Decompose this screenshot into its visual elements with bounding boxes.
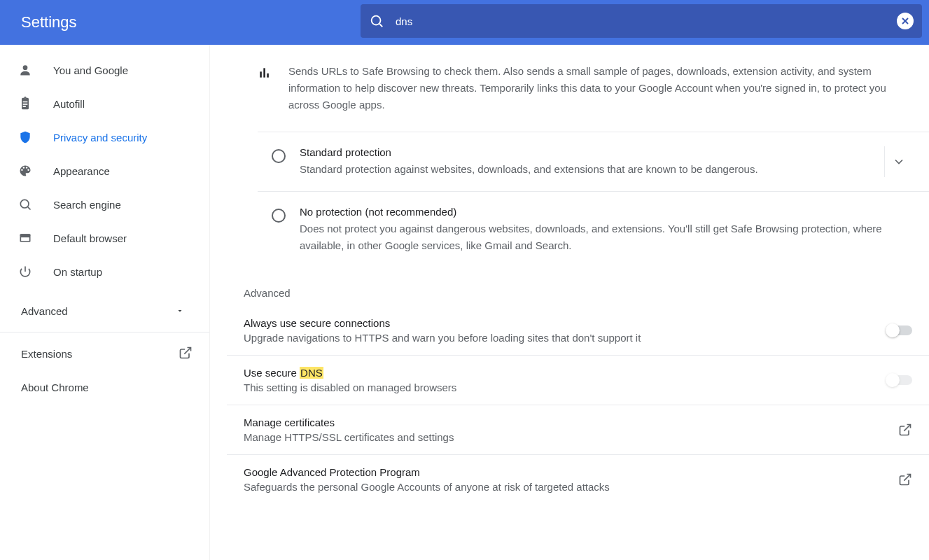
setting-subtitle: This setting is disabled on managed brow… (244, 382, 456, 393)
sidebar-extensions[interactable]: Extensions (0, 337, 209, 370)
open-external-icon[interactable] (898, 423, 912, 437)
sidebar-about-chrome[interactable]: About Chrome (0, 370, 209, 404)
svg-point-4 (23, 65, 28, 70)
browser-icon (17, 231, 34, 245)
svg-line-6 (28, 207, 31, 210)
svg-point-5 (20, 200, 29, 208)
svg-rect-9 (20, 234, 31, 236)
svg-line-15 (904, 424, 910, 430)
sidebar-item-label: On startup (53, 266, 102, 278)
person-icon (17, 63, 34, 77)
sidebar-advanced-toggle[interactable]: Advanced (0, 294, 209, 328)
toggle-always-secure[interactable] (887, 326, 912, 335)
option-no-protection[interactable]: No protection (not recommended) Does not… (258, 191, 929, 267)
option-subtitle: Standard protection against websites, do… (300, 161, 876, 177)
enhanced-protection-description: Sends URLs to Safe Browsing to check the… (288, 63, 912, 113)
radio-standard[interactable] (272, 149, 286, 163)
setting-use-secure-dns: Use secure DNS This setting is disabled … (227, 356, 929, 405)
toggle-secure-dns (887, 375, 912, 385)
sidebar-item-label: Default browser (53, 232, 127, 244)
sidebar-item-search-engine[interactable]: Search engine (0, 188, 209, 221)
open-external-icon[interactable] (898, 472, 912, 486)
setting-title: Always use secure connections (244, 317, 641, 329)
sidebar-extensions-label: Extensions (21, 348, 72, 360)
svg-point-0 (372, 16, 381, 25)
sidebar-about-label: About Chrome (21, 382, 89, 393)
highlight-dns: DNS (300, 367, 323, 379)
shield-icon (17, 130, 34, 144)
sidebar-item-appearance[interactable]: Appearance (0, 154, 209, 188)
power-icon (17, 265, 34, 279)
sidebar-item-label: Search engine (53, 199, 121, 211)
sidebar-item-default-browser[interactable]: Default browser (0, 221, 209, 255)
content-area: Sends URLs to Safe Browsing to check the… (210, 45, 929, 560)
search-input[interactable] (384, 15, 897, 27)
open-external-icon (179, 346, 193, 362)
enhanced-protection-description-row: Sends URLs to Safe Browsing to check the… (227, 45, 929, 132)
sidebar-item-label: Privacy and security (53, 132, 147, 144)
setting-subtitle: Upgrade navigations to HTTPS and warn yo… (244, 332, 641, 344)
setting-title: Manage certificates (244, 416, 454, 428)
svg-line-1 (379, 24, 382, 27)
sidebar-item-label: You and Google (53, 64, 128, 76)
svg-rect-12 (260, 71, 262, 77)
sidebar: You and Google Autofill Privacy and secu… (0, 45, 210, 560)
sidebar-item-you-and-google[interactable]: You and Google (0, 53, 209, 87)
sidebar-advanced-label: Advanced (21, 305, 68, 317)
clipboard-icon (17, 97, 34, 111)
option-title: Standard protection (300, 146, 876, 158)
option-title: No protection (not recommended) (300, 206, 912, 218)
svg-line-11 (184, 347, 190, 354)
sidebar-item-label: Autofill (53, 98, 85, 110)
sidebar-item-on-startup[interactable]: On startup (0, 255, 209, 288)
sidebar-item-privacy-security[interactable]: Privacy and security (0, 120, 209, 154)
setting-always-secure-connections[interactable]: Always use secure connections Upgrade na… (227, 306, 929, 356)
setting-advanced-protection-program[interactable]: Google Advanced Protection Program Safeg… (227, 455, 929, 504)
expand-standard-button[interactable] (884, 146, 912, 177)
radio-no-protection[interactable] (272, 209, 286, 223)
option-subtitle: Does not protect you against dangerous w… (300, 220, 912, 253)
svg-rect-13 (263, 68, 265, 77)
section-advanced-label: Advanced (227, 267, 929, 306)
setting-subtitle: Manage HTTPS/SSL certificates and settin… (244, 431, 454, 443)
search-icon (369, 13, 384, 29)
search-bar[interactable] (361, 4, 922, 38)
sidebar-item-autofill[interactable]: Autofill (0, 87, 209, 120)
bar-chart-icon (258, 66, 272, 80)
svg-line-16 (904, 474, 910, 480)
header: Settings (0, 0, 929, 45)
sidebar-item-label: Appearance (53, 165, 110, 177)
sidebar-divider (0, 332, 209, 332)
setting-title: Use secure DNS (244, 367, 456, 379)
svg-rect-14 (267, 74, 269, 78)
setting-manage-certificates[interactable]: Manage certificates Manage HTTPS/SSL cer… (227, 405, 929, 455)
palette-icon (17, 164, 34, 178)
option-standard-protection[interactable]: Standard protection Standard protection … (258, 132, 929, 191)
setting-title: Google Advanced Protection Program (244, 466, 610, 478)
svg-rect-10 (21, 237, 29, 241)
page-title: Settings (21, 13, 77, 31)
caret-down-icon (176, 305, 184, 317)
setting-subtitle: Safeguards the personal Google Accounts … (244, 481, 610, 493)
magnifier-icon (17, 197, 34, 211)
clear-search-button[interactable] (897, 13, 914, 29)
